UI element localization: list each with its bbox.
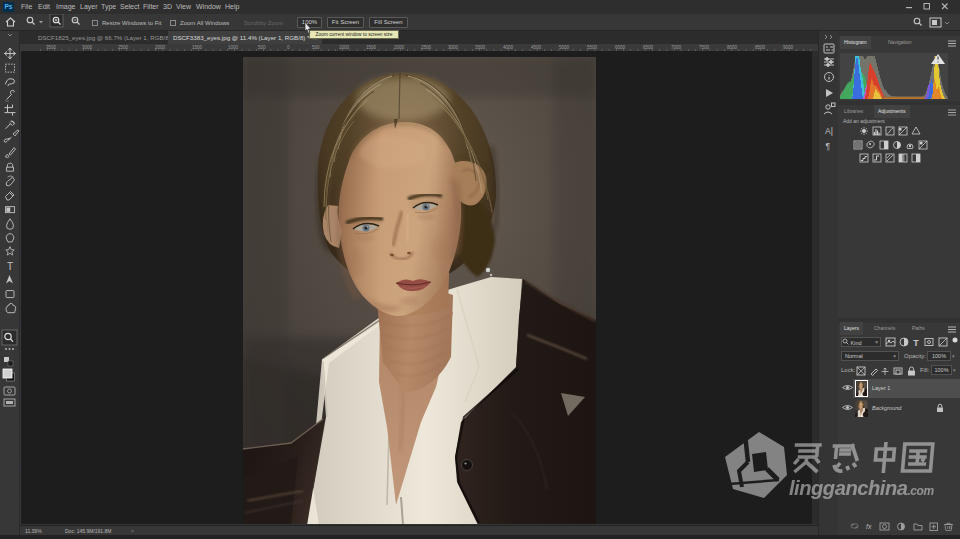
svg-text:fx: fx — [866, 523, 872, 530]
svg-text:T: T — [913, 338, 919, 348]
svg-text:¶: ¶ — [826, 141, 831, 151]
svg-text:A|: A| — [825, 126, 833, 136]
svg-text:T: T — [7, 261, 13, 272]
